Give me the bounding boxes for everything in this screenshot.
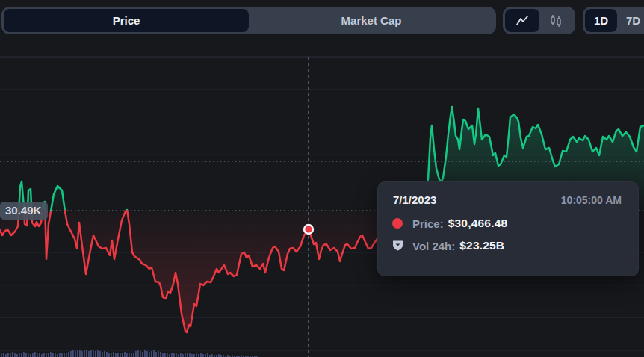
price-chart-canvas[interactable] — [0, 0, 644, 357]
hover-marker-dot — [305, 226, 312, 232]
price-tab[interactable]: Price — [4, 9, 249, 32]
time-range-toggle: 1D 7D — [583, 7, 644, 34]
tooltip-price-label: Price: — [412, 217, 444, 230]
tooltip-volume-label: Vol 24h: — [412, 240, 455, 252]
crypto-chart-screen: 30.49K 7/1/2023 10:05:00 AM Price: $30,4… — [0, 0, 644, 357]
volume-shield-icon — [389, 240, 406, 252]
chart-type-toggle — [503, 7, 575, 34]
line-chart-icon — [516, 16, 528, 26]
tooltip-time: 10:05:00 AM — [561, 194, 622, 206]
baseline-price-label: 30.49K — [0, 202, 48, 220]
line-chart-type-button[interactable] — [505, 9, 539, 32]
metric-toggle: Price Market Cap — [1, 7, 496, 34]
price-series-dot-icon — [389, 218, 406, 229]
candlestick-icon — [549, 14, 563, 28]
tooltip-price-row: Price: $30,466.48 — [389, 216, 623, 231]
chart-tooltip: 7/1/2023 10:05:00 AM Price: $30,466.48 V… — [377, 181, 639, 276]
tooltip-date: 7/1/2023 — [393, 193, 436, 206]
range-1d-button[interactable]: 1D — [585, 9, 617, 32]
range-7d-button[interactable]: 7D — [617, 9, 644, 32]
tooltip-volume-value: $23.25B — [459, 239, 504, 252]
market-cap-tab[interactable]: Market Cap — [249, 9, 494, 32]
candlestick-chart-type-button[interactable] — [539, 9, 574, 32]
tooltip-volume-row: Vol 24h: $23.25B — [389, 238, 623, 253]
price-chart[interactable]: 30.49K 7/1/2023 10:05:00 AM Price: $30,4… — [0, 0, 644, 357]
tooltip-price-value: $30,466.48 — [448, 217, 508, 230]
